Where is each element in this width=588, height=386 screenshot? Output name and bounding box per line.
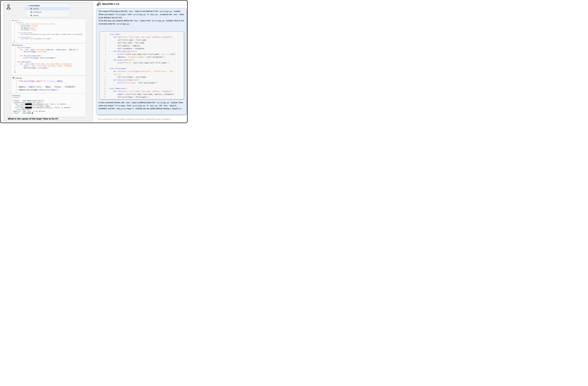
terminal-panel[interactable]: TERMINAL ⊗ (base) → case-debug python ma… <box>11 94 86 117</box>
terminal-line: File "/Userscase-debug/privilege.py", li… <box>12 107 86 108</box>
line-number: 3 <box>12 51 17 53</box>
line-number: 14 <box>12 41 16 43</box>
inline-code: `User` <box>128 10 134 12</box>
code-line: 2 def __init__(self, first_name, last_na… <box>12 23 86 25</box>
code-line: 13 <box>12 40 86 41</box>
question-text: What is the cause of the bug? How to fix… <box>8 117 58 120</box>
line-number: 8 <box>12 32 16 34</box>
code-line: 5 self.address = address <box>101 44 184 47</box>
code-line: 6 print(f"Privileges: {self.privileges}"… <box>12 57 86 59</box>
line-number: 13 <box>12 40 16 41</box>
line-number: 5 <box>12 91 19 93</box>
explorer-root-label: CASE-DEBUG <box>29 5 40 7</box>
line-number: 10 <box>101 62 109 64</box>
explorer-root[interactable]: CASE-DEBUG <box>25 4 70 7</box>
inline-code: `privilege.py` <box>132 105 146 107</box>
inline-text: class is defined within the <box>131 101 156 104</box>
response-fix-text: To fix this bug, you need to define the … <box>98 19 185 25</box>
line-number: 17 <box>101 84 109 87</box>
line-number: 20 <box>101 93 109 96</box>
code-line: address}, telephone number: {self.teleph… <box>101 56 184 59</box>
line-number: 13 <box>12 71 17 73</box>
line-number: 4 <box>12 88 19 91</box>
line-number: 13 <box>101 70 109 73</box>
editor-main-breadcrumb: main.py › … <box>11 76 86 80</box>
user-avatar-icon <box>6 4 11 10</box>
file-row-main-py[interactable]: main.py <box>25 7 70 10</box>
inline-code: `privilege.py` <box>156 102 170 104</box>
line-number: 11 <box>101 64 109 67</box>
code-line: 9 print(f"{self.last_name}{self.first_na… <box>12 34 86 35</box>
inline-code: `User` <box>125 102 131 104</box>
code-line: 13 <box>12 71 86 73</box>
case-panel: CASE-DEBUG main.py privilege.py user.py … <box>4 2 93 121</box>
inline-code: `main.py` <box>149 14 159 16</box>
model-response-bubble: The cause of the bug is that the `User` … <box>96 8 187 115</box>
editor-main-py[interactable]: main.py › … 1from privilege import Privi… <box>11 76 86 93</box>
inline-code: `privilege.py` <box>159 10 173 12</box>
editor-privilege-breadcrumb: privilege.py › … <box>11 43 86 47</box>
line-number: 1 <box>12 80 19 83</box>
code-line: 10 <box>12 35 86 37</box>
line-number: 14 <box>101 76 109 79</box>
file-row-privilege-py[interactable]: privilege.py <box>25 10 70 14</box>
line-number: 16 <box>101 81 109 84</box>
line-number: 5 <box>12 28 16 29</box>
code-line: 8 def describe_user(self): <box>12 32 86 34</box>
terminal-output[interactable]: ⊗ (base) → case-debug python main.py Tra… <box>12 100 86 114</box>
line-number: 6 <box>101 47 109 50</box>
footnote-text: * The code blocks in the model‘s respons… <box>97 118 171 120</box>
line-number: 5 <box>101 44 109 47</box>
line-number: 9 <box>101 59 109 62</box>
editor-code[interactable]: 1class User:2 def __init__(self, first_n… <box>11 22 86 43</box>
breadcrumb-filename: user.py <box>14 20 19 21</box>
inline-code: `show_privileges()` <box>115 108 135 109</box>
code-line: 4 self.last_name = last_name <box>12 26 86 28</box>
terminal-line: Traceback (most recent call last): <box>12 102 86 103</box>
line-number: 1 <box>101 33 109 36</box>
code-line: 20 super().init(first_name, last_name, a… <box>101 93 184 96</box>
terminal-tab-label: TERMINAL <box>12 95 86 97</box>
code-line: 9 def greet_user(self): <box>101 59 184 62</box>
editor-code[interactable]: 1class Privileges:2 def __init__(self, p… <box>11 47 86 73</box>
line-number: 21 <box>101 96 109 99</box>
line-number: 11 <box>12 67 17 69</box>
response-paragraph-1: The cause of the bug is that the `User` … <box>98 10 185 25</box>
code-line: 9 def __init__(self, first_name, last_na… <box>12 63 86 65</box>
file-row-user-py[interactable]: user.py <box>25 14 70 17</box>
line-number: 3 <box>12 86 19 88</box>
file-explorer: CASE-DEBUG main.py privilege.py user.py <box>25 4 70 17</box>
model-name: MiniCPM-V 2.6 <box>102 3 119 5</box>
breadcrumb-filename: privilege.py <box>15 44 23 46</box>
code-line: 1class User: <box>101 33 184 36</box>
python-icon <box>12 77 15 79</box>
code-line: 21 self.privileges = Privileges() <box>101 96 184 99</box>
code-line: 10 print(f"Hello, {self.last_name}{self.… <box>101 62 184 64</box>
editor-user-py[interactable]: user.py › … 1class User:2 def __init__(s… <box>11 19 86 43</box>
code-line: 1class Privileges: <box>12 47 86 49</box>
editor-privilege-py[interactable]: privilege.py › … 1class Privileges:2 def… <box>11 43 86 75</box>
inline-code: `Privileges` <box>114 105 126 107</box>
screenshot-canvas: CASE-DEBUG main.py privilege.py user.py … <box>0 0 188 123</box>
python-icon <box>12 44 14 46</box>
line-number: 2 <box>12 23 16 25</box>
code-line: 5 def show_privileges(self): <box>12 55 86 57</box>
code-line: 4 <box>12 53 86 55</box>
inline-text: method can be called without raising a <box>135 107 171 110</box>
line-number: 10 <box>12 35 16 37</box>
breadcrumb-more: … <box>24 77 26 79</box>
inline-code: `Privileges` <box>115 14 127 16</box>
response-cause-text: The cause of the bug is that the `User` … <box>98 10 185 19</box>
inline-text: The cause of the bug is that the <box>98 10 128 12</box>
editor-code[interactable]: 1from privilege import Privileges, Admin… <box>11 80 86 93</box>
code-line: 11 def greet_user(self): <box>12 37 86 38</box>
line-number: 3 <box>12 25 16 26</box>
inline-code: `User` <box>173 14 179 16</box>
line-number: 7 <box>12 59 17 61</box>
file-name: privilege.py <box>33 11 41 13</box>
editor-user-breadcrumb: user.py › … <box>11 19 86 22</box>
line-number: 18 <box>101 87 109 90</box>
breadcrumb-separator: › <box>22 77 23 79</box>
line-number: 9 <box>12 34 16 35</box>
code-line: 14 self.privileges = privileges <box>101 76 184 79</box>
